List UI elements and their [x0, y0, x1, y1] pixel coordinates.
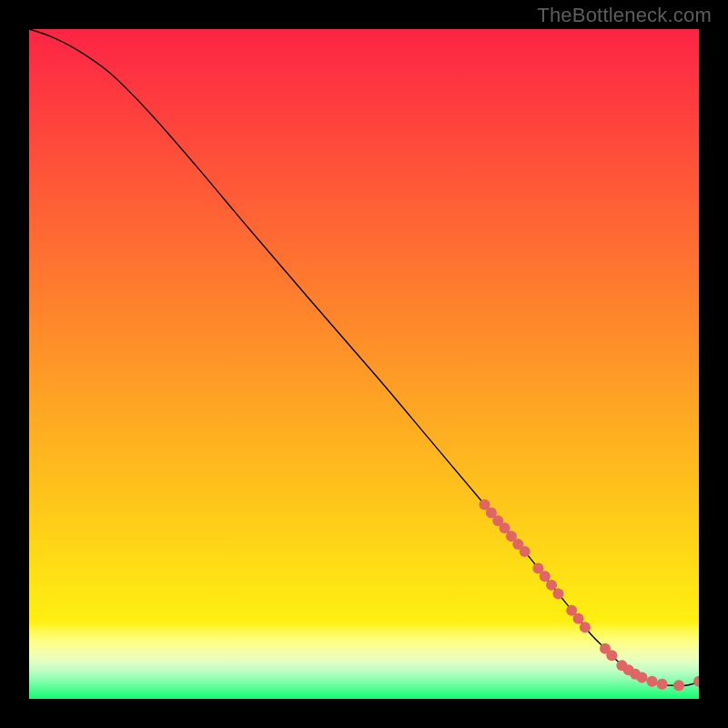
data-point — [520, 546, 531, 557]
chart-svg — [29, 29, 699, 699]
data-point — [646, 676, 657, 687]
chart-frame: TheBottleneck.com — [0, 0, 728, 728]
data-point — [657, 679, 668, 690]
data-point — [546, 580, 557, 591]
data-point — [552, 588, 563, 599]
watermark-text: TheBottleneck.com — [537, 4, 712, 27]
data-point — [580, 622, 591, 632]
data-point — [573, 613, 584, 624]
data-point — [606, 650, 617, 661]
plot-area — [29, 29, 699, 699]
data-point — [673, 680, 684, 691]
data-point — [540, 571, 551, 581]
gradient-background — [29, 29, 699, 699]
data-point — [636, 672, 647, 682]
